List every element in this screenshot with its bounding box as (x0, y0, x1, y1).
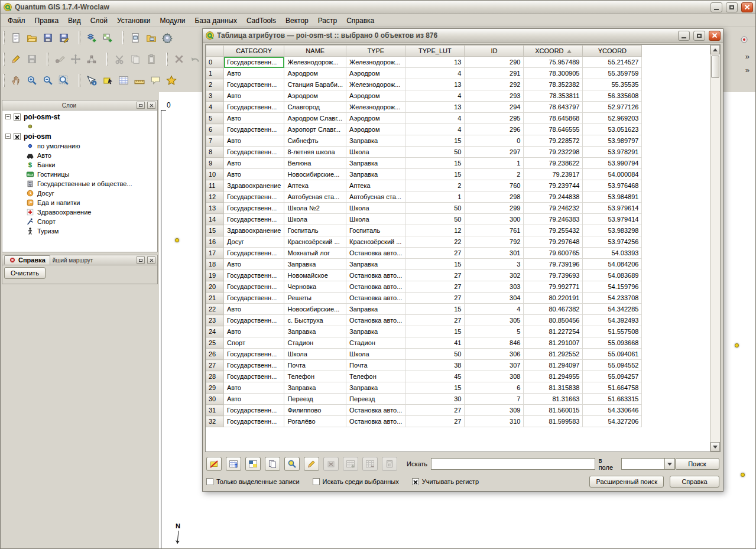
cell-29-TYPE_LUT[interactable]: 15 (405, 382, 465, 394)
cell-32-NAME[interactable]: Рогалёво (284, 416, 346, 427)
cell-19-ID[interactable]: 302 (465, 270, 524, 281)
cell-7-CATEGORY[interactable]: Авто (224, 135, 284, 147)
cell-30-TYPE[interactable]: Переезд (346, 394, 405, 405)
cell-6-YCOORD[interactable]: 53.051623 (583, 124, 642, 135)
cell-27-YCOORD[interactable]: 55.094552 (583, 360, 642, 371)
cell-2-XCOORD[interactable]: 78.352382 (524, 79, 583, 90)
toolbar-handle[interactable] (166, 53, 168, 66)
cell-8-TYPE_LUT[interactable]: 50 (405, 147, 465, 158)
paste-features-button[interactable] (143, 51, 159, 67)
cell-14-NAME[interactable]: Школа (284, 214, 346, 225)
vertical-scrollbar[interactable] (710, 45, 720, 451)
cell-0-TYPE[interactable]: Железнодорож... (346, 57, 405, 68)
cell-30-ID[interactable]: 7 (465, 394, 524, 405)
cell-11-TYPE[interactable]: Аптека (346, 180, 405, 191)
cell-30-YCOORD[interactable]: 51.663315 (583, 394, 642, 405)
menu-item-Файл[interactable]: Файл (3, 15, 30, 27)
row-header-6[interactable]: 6 (206, 124, 224, 135)
row-header-18[interactable]: 18 (206, 259, 224, 270)
combobox-arrow-icon[interactable] (664, 459, 674, 469)
cell-27-ID[interactable]: 307 (465, 360, 524, 371)
toolbar-handle[interactable] (122, 31, 124, 44)
layers-panel-header[interactable]: Слои (2, 100, 157, 111)
cell-16-YCOORD[interactable]: 53.974256 (583, 236, 642, 248)
menu-item-CadTools[interactable]: CadTools (242, 15, 281, 27)
cell-23-NAME[interactable]: с. Быструха (284, 315, 346, 326)
cell-24-TYPE_LUT[interactable]: 15 (405, 326, 465, 337)
cell-9-TYPE_LUT[interactable]: 15 (405, 158, 465, 169)
new-column-button[interactable] (343, 457, 358, 471)
cell-11-ID[interactable]: 760 (465, 180, 524, 191)
close-button[interactable] (741, 2, 753, 12)
save-project-button[interactable] (40, 30, 56, 46)
field-combobox[interactable] (621, 458, 675, 470)
cell-31-TYPE_LUT[interactable]: 27 (405, 405, 465, 416)
cell-16-TYPE_LUT[interactable]: 22 (405, 236, 465, 248)
cell-9-NAME[interactable]: Велюна (284, 158, 346, 169)
dialog-help-button[interactable]: Справка (670, 476, 719, 488)
invert-selection-button[interactable] (245, 457, 261, 471)
route-help-tab[interactable]: Справка (4, 255, 50, 265)
measure-line-button[interactable] (131, 73, 147, 89)
row-header-22[interactable]: 22 (206, 304, 224, 315)
copy-selected-rows-button[interactable] (265, 457, 280, 471)
cell-7-TYPE[interactable]: Заправка (346, 135, 405, 147)
cell-8-YCOORD[interactable]: 53.978291 (583, 147, 642, 158)
copy-features-button[interactable] (127, 51, 143, 67)
cell-3-XCOORD[interactable]: 78.353811 (524, 90, 583, 102)
dock-float-button[interactable] (137, 102, 145, 109)
menu-item-Слой[interactable]: Слой (86, 15, 112, 27)
cell-20-TYPE[interactable]: Остановка авто... (346, 281, 405, 293)
cell-13-XCOORD[interactable]: 79.246232 (524, 203, 583, 214)
zoom-in-button[interactable] (24, 73, 40, 89)
toolbar-overflow-chevron[interactable]: » (745, 52, 752, 61)
cell-11-XCOORD[interactable]: 79.239744 (524, 180, 583, 191)
delete-column-button[interactable] (362, 457, 378, 471)
cell-16-ID[interactable]: 792 (465, 236, 524, 248)
cell-18-XCOORD[interactable]: 79.739196 (524, 259, 583, 270)
toolbar-handle[interactable] (79, 74, 80, 87)
column-header-TYPE_LUT[interactable]: TYPE_LUT (405, 46, 465, 57)
cell-23-CATEGORY[interactable]: Государственн... (224, 315, 284, 326)
dock-close-button[interactable] (147, 256, 155, 264)
cell-11-TYPE_LUT[interactable]: 2 (405, 180, 465, 191)
cell-12-TYPE_LUT[interactable]: 1 (405, 191, 465, 203)
cell-25-TYPE[interactable]: Стадион (346, 337, 405, 349)
cell-29-CATEGORY[interactable]: Авто (224, 382, 284, 394)
cell-28-ID[interactable]: 308 (465, 371, 524, 382)
cell-8-XCOORD[interactable]: 79.232298 (524, 147, 583, 158)
cell-12-TYPE[interactable]: Автобусная ста... (346, 191, 405, 203)
cell-21-CATEGORY[interactable]: Государственн... (224, 293, 284, 304)
search-input[interactable] (431, 458, 595, 470)
cell-30-CATEGORY[interactable]: Авто (224, 394, 284, 405)
zoom-map-to-selected-button[interactable] (284, 457, 300, 471)
cell-14-CATEGORY[interactable]: Государственн... (224, 214, 284, 225)
cell-15-YCOORD[interactable]: 53.983298 (583, 225, 642, 236)
cell-18-TYPE[interactable]: Заправка (346, 259, 405, 270)
cell-15-ID[interactable]: 761 (465, 225, 524, 236)
option-checkbox[interactable] (313, 478, 320, 485)
cell-10-YCOORD[interactable]: 54.000084 (583, 169, 642, 180)
cell-7-XCOORD[interactable]: 79.228572 (524, 135, 583, 147)
dialog-close-button[interactable] (709, 31, 721, 41)
clear-route-button[interactable]: Очистить (4, 267, 46, 279)
node-tool-button[interactable] (83, 51, 99, 67)
cell-17-XCOORD[interactable]: 79.600765 (524, 248, 583, 259)
cell-19-TYPE_LUT[interactable]: 27 (405, 270, 465, 281)
cell-22-TYPE[interactable]: Заправка (346, 304, 405, 315)
legend-item-Авто[interactable]: Авто (2, 151, 157, 160)
row-header-31[interactable]: 31 (206, 405, 224, 416)
column-header-CATEGORY[interactable]: CATEGORY (224, 46, 284, 57)
cell-21-TYPE_LUT[interactable]: 27 (405, 293, 465, 304)
layer-item-poi-osm[interactable]: poi-osm (2, 131, 157, 141)
cell-24-NAME[interactable]: Заправка (284, 326, 346, 337)
cell-9-YCOORD[interactable]: 53.990794 (583, 158, 642, 169)
cell-7-ID[interactable]: 0 (465, 135, 524, 147)
cell-2-TYPE[interactable]: Железнодорож... (346, 79, 405, 90)
move-selection-to-top-button[interactable] (226, 457, 241, 471)
cell-3-ID[interactable]: 293 (465, 90, 524, 102)
legend-item-Еда и напитки[interactable]: Еда и напитки (2, 198, 157, 207)
option-Искать среди выбранных[interactable]: Искать среди выбранных (313, 478, 399, 485)
cell-1-XCOORD[interactable]: 78.300905 (524, 68, 583, 79)
tree-expander-icon[interactable] (5, 134, 11, 139)
